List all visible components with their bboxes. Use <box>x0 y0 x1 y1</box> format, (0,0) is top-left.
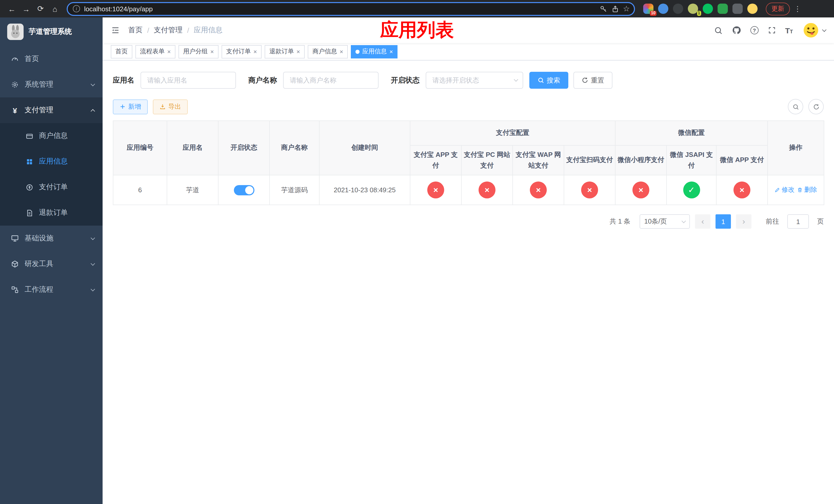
chevron-down-icon <box>514 77 518 82</box>
extension-icon[interactable] <box>718 4 728 14</box>
sidebar-item-infrastructure[interactable]: 基础设施 <box>0 226 103 251</box>
prev-page-button[interactable]: ‹ <box>695 214 710 229</box>
toggle-search-button[interactable] <box>788 99 803 114</box>
help-icon[interactable]: ? <box>750 26 758 35</box>
bookmark-star-icon[interactable]: ☆ <box>623 4 630 13</box>
tab-close-icon[interactable]: × <box>389 48 393 54</box>
table-row: 6 芋道 芋道源码 2021-10-23 08:49:25 × × × × × … <box>113 175 824 205</box>
browser-update-button[interactable]: 更新 <box>766 2 790 15</box>
tab-close-icon[interactable]: × <box>297 48 300 54</box>
sidebar-item-workflow[interactable]: 工作流程 <box>0 277 103 302</box>
sidebar-item-app-info[interactable]: 应用信息 <box>0 149 103 174</box>
status-select[interactable]: 请选择开启状态 <box>426 72 523 89</box>
download-icon <box>159 104 166 110</box>
tab-merchant-info[interactable]: 商户信息× <box>308 45 348 58</box>
col-alipay-pc: 支付宝 PC 网站支付 <box>461 145 513 175</box>
sidebar-item-label: 支付管理 <box>25 106 53 115</box>
refresh-icon <box>581 77 588 84</box>
github-icon[interactable] <box>732 26 741 35</box>
tab-close-icon[interactable]: × <box>210 48 214 54</box>
url-text[interactable]: localhost:1024/pay/app <box>84 5 595 13</box>
back-icon[interactable]: ← <box>5 2 19 15</box>
tab-process-form[interactable]: 流程表单× <box>135 45 175 58</box>
tab-user-group[interactable]: 用户分组× <box>178 45 219 58</box>
emoji-extension-icon[interactable] <box>747 4 758 14</box>
flow-icon <box>10 285 20 294</box>
current-page-button[interactable]: 1 <box>716 214 731 229</box>
browser-menu-icon[interactable]: ⋮ <box>793 5 802 13</box>
gear-icon <box>10 81 20 89</box>
sidebar-item-system[interactable]: 系统管理 <box>0 72 103 97</box>
extension-avatar-icon[interactable]: 1 <box>688 4 698 14</box>
alipay-app-status-icon: × <box>427 182 444 199</box>
tab-payment-orders[interactable]: 支付订单× <box>222 45 262 58</box>
tab-refund-orders[interactable]: 退款订单× <box>265 45 305 58</box>
app-name-input[interactable] <box>140 72 236 89</box>
search-icon[interactable] <box>714 26 722 35</box>
sidebar-item-label: 系统管理 <box>25 80 53 89</box>
status-toggle[interactable] <box>234 185 254 195</box>
sidebar-item-payment-orders[interactable]: 支付订单 <box>0 174 103 200</box>
extension-icon[interactable] <box>703 4 713 14</box>
sidebar-item-dev-tools[interactable]: 研发工具 <box>0 251 103 277</box>
password-key-icon[interactable] <box>599 5 607 13</box>
sidebar-item-label: 研发工具 <box>25 259 53 269</box>
fullscreen-icon[interactable] <box>768 26 776 35</box>
page-title: 应用列表 <box>380 18 454 43</box>
chevron-down-icon <box>91 236 95 240</box>
sidebar-item-label: 退款订单 <box>39 208 68 217</box>
tab-home[interactable]: 首页 <box>111 45 132 58</box>
reset-button[interactable]: 重置 <box>573 72 612 89</box>
forward-icon[interactable]: → <box>20 2 33 15</box>
sidebar-item-merchant-info[interactable]: 商户信息 <box>0 123 103 149</box>
tab-close-icon[interactable]: × <box>254 48 257 54</box>
extension-icon[interactable] <box>658 4 668 14</box>
card-icon <box>25 132 34 140</box>
sidebar-item-payment[interactable]: ¥ 支付管理 <box>0 97 103 123</box>
refresh-icon <box>813 103 819 110</box>
extension-icon[interactable] <box>673 4 683 14</box>
sidebar-item-label: 应用信息 <box>39 157 68 166</box>
refresh-table-button[interactable] <box>808 99 824 114</box>
page-size-select[interactable]: 10条/页 <box>640 214 690 229</box>
next-page-button[interactable]: › <box>736 214 751 229</box>
breadcrumb-separator: / <box>147 26 149 35</box>
extension-icon[interactable] <box>732 4 743 14</box>
sidebar-item-label: 支付订单 <box>39 183 68 192</box>
merchant-name-input[interactable] <box>283 72 378 89</box>
address-bar[interactable]: i localhost:1024/pay/app ☆ <box>67 2 635 16</box>
tab-label: 应用信息 <box>362 47 387 56</box>
sidebar-fold-icon[interactable] <box>111 26 120 35</box>
alipay-wap-status-icon: × <box>530 182 547 199</box>
site-info-icon[interactable]: i <box>73 5 80 12</box>
payment-submenu: 商户信息 应用信息 支付订单 <box>0 123 103 226</box>
tab-close-icon[interactable]: × <box>339 48 343 54</box>
sidebar-item-label: 工作流程 <box>25 285 53 294</box>
export-button[interactable]: 导出 <box>153 99 188 114</box>
tab-close-icon[interactable]: × <box>167 48 171 54</box>
sidebar-item-home[interactable]: 首页 <box>0 46 103 72</box>
share-icon[interactable] <box>611 5 619 13</box>
home-icon[interactable]: ⌂ <box>48 2 62 15</box>
breadcrumb-item[interactable]: 支付管理 <box>154 26 182 35</box>
tabs-bar: 首页 流程表单× 用户分组× 支付订单× 退款订单× 商户信息× 应用信息× <box>103 43 834 61</box>
goto-page-input[interactable] <box>787 214 809 229</box>
avatar-emoji-icon <box>802 22 820 39</box>
delete-link-label: 删除 <box>804 186 817 194</box>
user-avatar[interactable] <box>802 22 826 39</box>
sidebar-item-refund-orders[interactable]: 退款订单 <box>0 200 103 226</box>
font-size-icon[interactable]: TT <box>785 26 793 35</box>
pagination: 共 1 条 10条/页 ‹ 1 › 前往 页 <box>113 214 824 229</box>
edit-link[interactable]: 修改 <box>774 186 794 194</box>
app-table: 应用编号 应用名 开启状态 商户名称 创建时间 支付宝配置 微信配置 操作 支付… <box>113 120 824 205</box>
add-button[interactable]: 新增 <box>113 99 148 114</box>
tab-app-info-active[interactable]: 应用信息× <box>351 45 397 58</box>
breadcrumb-item[interactable]: 首页 <box>128 26 142 35</box>
reload-icon[interactable]: ⟳ <box>34 2 47 15</box>
cell-merchant-name: 芋道源码 <box>269 175 319 205</box>
extension-icon[interactable]: 10 <box>643 4 654 14</box>
browser-toolbar: ← → ⟳ ⌂ i localhost:1024/pay/app ☆ 10 1 <box>0 0 834 18</box>
delete-link[interactable]: 删除 <box>797 186 817 194</box>
search-button[interactable]: 搜索 <box>529 72 568 89</box>
content-area: 应用名 商户名称 开启状态 请选择开启状态 <box>103 61 834 229</box>
